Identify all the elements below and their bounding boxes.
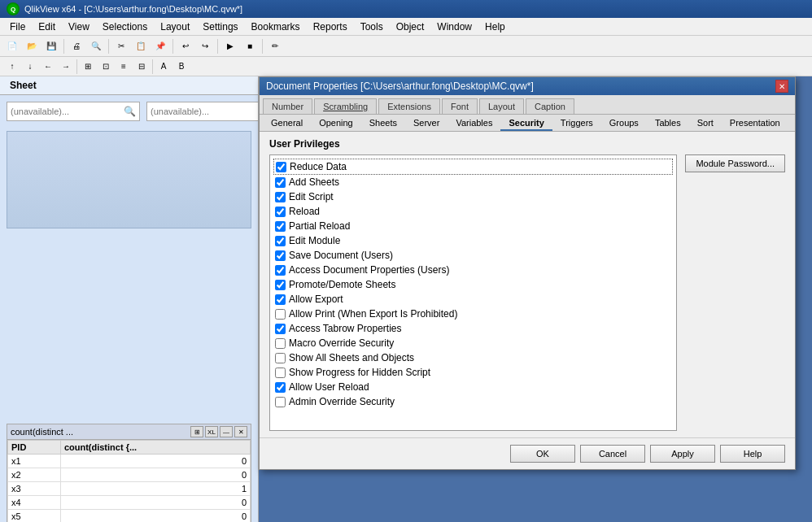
sheet-tab[interactable]: Sheet xyxy=(0,76,258,95)
filter-input-2[interactable] xyxy=(151,107,259,116)
toolbar-open[interactable]: 📂 xyxy=(23,38,41,54)
menu-tools[interactable]: Tools xyxy=(354,20,390,34)
table-icon-close[interactable]: ✕ xyxy=(234,426,247,437)
privilege-item[interactable]: Reload xyxy=(273,204,673,219)
privilege-item[interactable]: Save Document (Users) xyxy=(273,248,673,263)
toolbar-print[interactable]: 🖨 xyxy=(68,38,85,54)
privilege-item[interactable]: Reduce Data xyxy=(273,159,673,175)
tab-scrambling[interactable]: Scrambling xyxy=(314,98,377,114)
menu-reports[interactable]: Reports xyxy=(307,20,354,34)
menu-help[interactable]: Help xyxy=(478,20,512,34)
privilege-checkbox[interactable] xyxy=(275,192,286,202)
help-button[interactable]: Help xyxy=(720,445,785,463)
apply-button[interactable]: Apply xyxy=(650,445,715,463)
privilege-item[interactable]: Partial Reload xyxy=(273,219,673,233)
privilege-checkbox[interactable] xyxy=(275,309,286,320)
privilege-checkbox[interactable] xyxy=(275,338,286,349)
privilege-item[interactable]: Allow Print (When Export Is Prohibited) xyxy=(273,307,673,321)
tab-number[interactable]: Number xyxy=(263,98,312,114)
privilege-checkbox[interactable] xyxy=(275,250,286,261)
privilege-checkbox[interactable] xyxy=(276,162,286,172)
table-icon-minimize[interactable]: — xyxy=(220,426,233,437)
tab-font[interactable]: Font xyxy=(442,98,478,114)
toolbar2-btn3[interactable]: ← xyxy=(39,59,57,75)
dialog-close-button[interactable]: ✕ xyxy=(775,80,788,93)
privilege-item[interactable]: Show Progress for Hidden Script xyxy=(273,365,673,380)
privilege-item[interactable]: Edit Script xyxy=(273,189,673,204)
toolbar-reload[interactable]: ▶ xyxy=(221,38,239,54)
table-icon-xl[interactable]: XL xyxy=(205,426,218,437)
toolbar-new[interactable]: 📄 xyxy=(3,38,21,54)
toolbar-cut[interactable]: ✂ xyxy=(112,38,130,54)
menu-object[interactable]: Object xyxy=(390,20,431,34)
tab-caption[interactable]: Caption xyxy=(526,98,574,114)
menu-edit[interactable]: Edit xyxy=(32,20,62,34)
privilege-item[interactable]: Show All Sheets and Objects xyxy=(273,350,673,365)
privilege-checkbox[interactable] xyxy=(275,221,286,232)
tab-security[interactable]: Security xyxy=(500,116,552,131)
toolbar-design[interactable]: ✏ xyxy=(266,38,284,54)
table-icon-grid[interactable]: ⊞ xyxy=(190,426,203,437)
menu-view[interactable]: View xyxy=(62,20,96,34)
toolbar-redo[interactable]: ↪ xyxy=(196,38,214,54)
tab-extensions[interactable]: Extensions xyxy=(378,98,440,114)
privilege-item[interactable]: Edit Module xyxy=(273,233,673,248)
ok-button[interactable]: OK xyxy=(510,445,575,463)
tab-groups[interactable]: Groups xyxy=(601,116,647,131)
toolbar-undo[interactable]: ↩ xyxy=(177,38,194,54)
tab-triggers[interactable]: Triggers xyxy=(552,116,601,131)
toolbar2-btn4[interactable]: → xyxy=(57,59,75,75)
privilege-item[interactable]: Admin Override Security xyxy=(273,394,673,409)
toolbar2-btn8[interactable]: ⊟ xyxy=(133,59,151,75)
privilege-item[interactable]: Allow User Reload xyxy=(273,380,673,394)
toolbar-copy[interactable]: 📋 xyxy=(132,38,150,54)
toolbar-stop[interactable]: ■ xyxy=(241,38,259,54)
toolbar2-btn10[interactable]: B xyxy=(172,59,190,75)
toolbar2-btn1[interactable]: ↑ xyxy=(3,59,21,75)
search-icon-1[interactable]: 🔍 xyxy=(123,105,136,118)
toolbar-save[interactable]: 💾 xyxy=(42,38,60,54)
tab-sheets[interactable]: Sheets xyxy=(361,116,405,131)
toolbar2-btn7[interactable]: ≡ xyxy=(115,59,133,75)
privilege-item[interactable]: Access Document Properties (Users) xyxy=(273,263,673,277)
menu-selections[interactable]: Selections xyxy=(96,20,154,34)
menu-window[interactable]: Window xyxy=(430,20,478,34)
privilege-checkbox[interactable] xyxy=(275,236,286,246)
privilege-checkbox[interactable] xyxy=(275,382,286,393)
tab-general[interactable]: General xyxy=(263,116,311,131)
tab-opening[interactable]: Opening xyxy=(311,116,361,131)
privilege-checkbox[interactable] xyxy=(275,265,286,276)
toolbar2-btn2[interactable]: ↓ xyxy=(21,59,39,75)
privilege-checkbox[interactable] xyxy=(275,177,286,188)
tab-server[interactable]: Server xyxy=(405,116,447,131)
privilege-item[interactable]: Access Tabrow Properties xyxy=(273,321,673,336)
menu-settings[interactable]: Settings xyxy=(196,20,244,34)
menu-layout[interactable]: Layout xyxy=(154,20,196,34)
cancel-button[interactable]: Cancel xyxy=(580,445,645,463)
privilege-checkbox[interactable] xyxy=(275,207,286,217)
privilege-checkbox[interactable] xyxy=(275,324,286,334)
tab-sort[interactable]: Sort xyxy=(689,116,722,131)
filter-input-1[interactable] xyxy=(11,107,123,116)
privilege-checkbox[interactable] xyxy=(275,294,286,305)
privilege-checkbox[interactable] xyxy=(275,280,286,290)
toolbar2-btn9[interactable]: A xyxy=(155,59,172,75)
privilege-checkbox[interactable] xyxy=(275,397,286,407)
menu-bookmarks[interactable]: Bookmarks xyxy=(245,20,307,34)
toolbar-preview[interactable]: 🔍 xyxy=(87,38,105,54)
toolbar-paste[interactable]: 📌 xyxy=(151,38,169,54)
privilege-item[interactable]: Promote/Demote Sheets xyxy=(273,277,673,292)
toolbar2-btn5[interactable]: ⊞ xyxy=(79,59,97,75)
module-password-button[interactable]: Module Password... xyxy=(685,154,785,172)
toolbar2-btn6[interactable]: ⊡ xyxy=(97,59,115,75)
menu-file[interactable]: File xyxy=(3,20,32,34)
tab-presentation[interactable]: Presentation xyxy=(722,116,788,131)
privilege-checkbox[interactable] xyxy=(275,368,286,378)
privilege-item[interactable]: Add Sheets xyxy=(273,175,673,189)
privilege-item[interactable]: Macro Override Security xyxy=(273,336,673,350)
tab-layout[interactable]: Layout xyxy=(479,98,524,114)
privilege-item[interactable]: Allow Export xyxy=(273,292,673,307)
privilege-checkbox[interactable] xyxy=(275,353,286,363)
tab-variables[interactable]: Variables xyxy=(447,116,500,131)
tab-tables[interactable]: Tables xyxy=(647,116,689,131)
